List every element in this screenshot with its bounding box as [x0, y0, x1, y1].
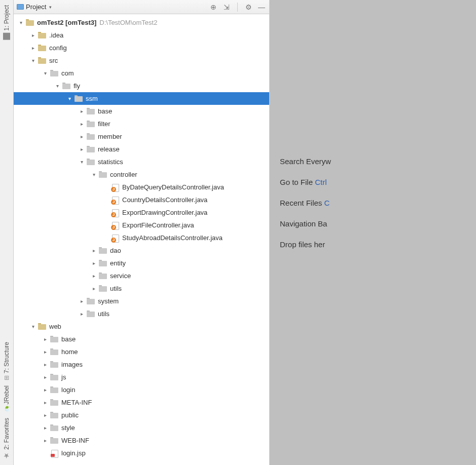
- tree-row[interactable]: ▸StudyAbroadDetailsController.java: [14, 231, 269, 244]
- tree-row[interactable]: ▸config: [14, 42, 269, 54]
- tree-row[interactable]: ▸ByDateQueryDetailsController.java: [14, 181, 269, 193]
- tree-row[interactable]: ▸login: [14, 383, 269, 396]
- tree-row[interactable]: ▾controller: [14, 168, 269, 181]
- tree-row[interactable]: ▸login.jsp: [14, 447, 269, 459]
- folder-icon: [38, 57, 46, 64]
- expand-down-icon[interactable]: ▾: [18, 20, 24, 26]
- tree-row[interactable]: ▸base: [14, 105, 269, 118]
- expand-right-icon[interactable]: ▸: [79, 108, 85, 114]
- java-file-icon: [111, 221, 119, 229]
- expand-down-icon[interactable]: ▾: [91, 172, 97, 178]
- project-tree[interactable]: ▾omTest2 [omTest3]D:\TestOM\omTest2▸.ide…: [14, 14, 269, 465]
- tree-node-label: config: [49, 44, 67, 52]
- expand-right-icon[interactable]: ▸: [79, 298, 85, 304]
- folder-icon: [99, 260, 107, 266]
- tree-row[interactable]: ▸entity: [14, 257, 269, 269]
- expand-right-icon[interactable]: ▸: [79, 134, 85, 140]
- gutter-tab-jrebel[interactable]: 🍃 JRebel: [2, 383, 11, 415]
- tree-row[interactable]: ▸utils: [14, 282, 269, 295]
- tree-row[interactable]: ▸style: [14, 421, 269, 434]
- folder-icon: [62, 83, 70, 89]
- collapse-all-icon[interactable]: ⇲: [222, 3, 231, 12]
- tree-row[interactable]: ▸dao: [14, 244, 269, 257]
- tree-node-label: controller: [110, 171, 137, 178]
- expand-right-icon[interactable]: ▸: [42, 387, 48, 393]
- expand-right-icon[interactable]: ▸: [91, 273, 97, 279]
- tree-row[interactable]: ▸WEB-INF: [14, 434, 269, 447]
- expand-right-icon[interactable]: ▸: [30, 45, 36, 51]
- tree-row[interactable]: ▸filter: [14, 118, 269, 130]
- tree-node-label: style: [61, 424, 75, 432]
- tree-node-label: utils: [98, 310, 109, 318]
- minimize-icon[interactable]: —: [257, 3, 266, 12]
- tree-row[interactable]: ▾omTest2 [omTest3]D:\TestOM\omTest2: [14, 16, 269, 29]
- tree-node-label: META-INF: [61, 399, 92, 406]
- tree-row[interactable]: ▸system: [14, 295, 269, 307]
- tree-row[interactable]: ▸images: [14, 358, 269, 371]
- tree-row[interactable]: ▸home: [14, 345, 269, 358]
- tree-row[interactable]: ▸ExportDrawingController.java: [14, 206, 269, 219]
- gutter-tab-favorites[interactable]: ★ 2: Favorites: [2, 416, 12, 462]
- tree-row[interactable]: ▸META-INF: [14, 396, 269, 409]
- editor-empty-area[interactable]: Search EverywGo to File CtrlRecent Files…: [270, 0, 476, 465]
- expand-right-icon[interactable]: ▸: [91, 260, 97, 266]
- tree-row[interactable]: ▾fly: [14, 80, 269, 92]
- scroll-from-source-icon[interactable]: ⊕: [209, 3, 218, 12]
- tree-row[interactable]: ▸CountryDetailsController.java: [14, 193, 269, 206]
- folder-icon: [87, 121, 95, 127]
- tree-row[interactable]: ▸service: [14, 269, 269, 282]
- folder-icon: [50, 424, 58, 431]
- expand-right-icon[interactable]: ▸: [79, 146, 85, 152]
- tree-node-label: login: [61, 386, 75, 394]
- expand-down-icon[interactable]: ▾: [54, 83, 60, 89]
- tree-row[interactable]: ▸ExportFileController.java: [14, 219, 269, 231]
- tree-row[interactable]: ▸.idea: [14, 29, 269, 42]
- expand-down-icon[interactable]: ▾: [79, 159, 85, 165]
- tree-row[interactable]: ▸public: [14, 409, 269, 421]
- expand-right-icon[interactable]: ▸: [30, 32, 36, 38]
- expand-right-icon[interactable]: ▸: [79, 121, 85, 127]
- tree-node-label: utils: [110, 285, 122, 292]
- tree-row[interactable]: ▸js: [14, 371, 269, 383]
- panel-toolbar: ⊕ ⇲ ⚙ —: [209, 3, 266, 12]
- expand-right-icon[interactable]: ▸: [42, 362, 48, 368]
- tree-node-label: home: [61, 348, 78, 356]
- tree-node-label: login.jsp: [61, 449, 86, 457]
- expand-down-icon[interactable]: ▾: [30, 324, 36, 330]
- tree-node-label: statistics: [98, 158, 123, 166]
- tree-row[interactable]: ▾web: [14, 320, 269, 333]
- expand-right-icon[interactable]: ▸: [91, 248, 97, 254]
- folder-icon: [38, 45, 46, 51]
- view-mode-dropdown[interactable]: Project ▾: [17, 3, 52, 11]
- folder-icon: [75, 95, 83, 102]
- tree-row[interactable]: ▾ssm: [14, 92, 269, 105]
- expand-right-icon[interactable]: ▸: [42, 336, 48, 342]
- tree-row[interactable]: ▾statistics: [14, 156, 269, 168]
- expand-right-icon[interactable]: ▸: [42, 438, 48, 444]
- expand-right-icon[interactable]: ▸: [42, 412, 48, 418]
- gutter-label: 1: Project: [3, 5, 10, 31]
- editor-hint: Navigation Ba: [280, 219, 466, 228]
- tree-row[interactable]: ▸release: [14, 143, 269, 156]
- expand-down-icon[interactable]: ▾: [42, 70, 48, 76]
- chevron-down-icon: ▾: [49, 5, 52, 10]
- folder-icon: [38, 323, 46, 330]
- expand-down-icon[interactable]: ▾: [66, 96, 72, 102]
- expand-right-icon[interactable]: ▸: [42, 425, 48, 431]
- tree-row[interactable]: ▾com: [14, 67, 269, 80]
- tree-node-label: ByDateQueryDetailsController.java: [122, 183, 224, 191]
- expand-right-icon[interactable]: ▸: [91, 286, 97, 292]
- expand-right-icon[interactable]: ▸: [42, 400, 48, 406]
- expand-right-icon[interactable]: ▸: [79, 311, 85, 317]
- expand-down-icon[interactable]: ▾: [30, 58, 36, 64]
- gear-icon[interactable]: ⚙: [244, 3, 253, 12]
- tree-row[interactable]: ▸utils: [14, 307, 269, 320]
- tree-row[interactable]: ▸base: [14, 333, 269, 345]
- gutter-tab-structure[interactable]: ⊞ 7: Structure: [2, 340, 11, 382]
- tree-row[interactable]: ▸member: [14, 130, 269, 143]
- expand-right-icon[interactable]: ▸: [42, 374, 48, 380]
- tree-row[interactable]: ▾src: [14, 54, 269, 67]
- expand-right-icon[interactable]: ▸: [42, 349, 48, 355]
- gutter-tab-project[interactable]: 1: Project: [2, 3, 11, 42]
- tree-node-label: public: [61, 411, 79, 419]
